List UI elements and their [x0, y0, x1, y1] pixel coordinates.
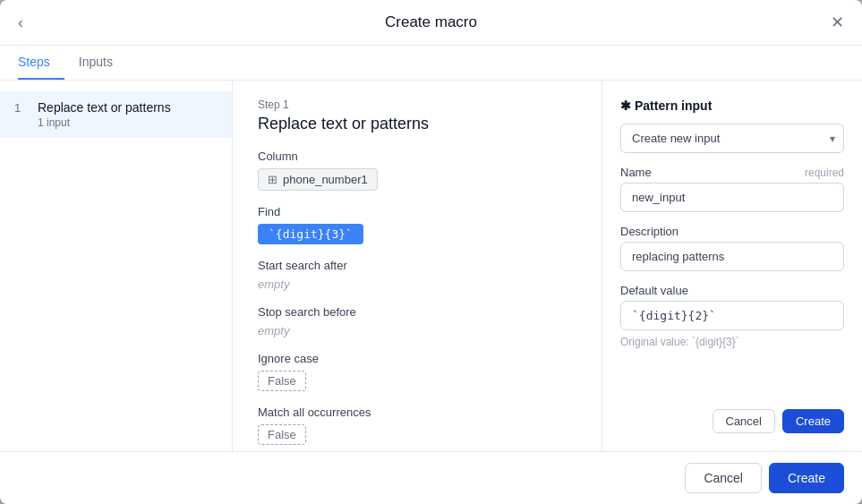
- find-label: Find: [258, 205, 576, 218]
- match-all-label: Match all occurrences: [258, 406, 576, 419]
- ignore-case-value[interactable]: False: [258, 371, 306, 391]
- sidebar-item-subtitle: 1 input: [38, 116, 171, 129]
- panel-actions: Cancel Create: [620, 409, 844, 433]
- modal-header: ‹ Create macro ✕: [0, 0, 862, 46]
- sidebar-item[interactable]: 1 Replace text or patterns 1 input: [0, 91, 232, 138]
- stop-search-value: empty: [258, 324, 576, 337]
- start-search-value: empty: [258, 278, 576, 291]
- description-label: Description: [620, 225, 679, 238]
- pattern-input-select[interactable]: Create new input: [620, 124, 844, 153]
- default-value-input[interactable]: [620, 301, 844, 330]
- modal-body: 1 Replace text or patterns 1 input Step …: [0, 81, 862, 451]
- tab-inputs[interactable]: Inputs: [79, 46, 127, 80]
- pattern-input-select-wrapper: Create new input ▾: [620, 124, 844, 153]
- name-label: Name: [620, 166, 652, 179]
- original-value-text: Original value: `{digit}{3}`: [620, 336, 844, 348]
- start-search-label: Start search after: [258, 259, 576, 272]
- name-field-row: Name required: [620, 166, 844, 179]
- description-input[interactable]: [620, 242, 844, 271]
- panel-create-button[interactable]: Create: [782, 409, 844, 433]
- asterisk-icon: ✱: [620, 98, 631, 113]
- main-content: Step 1 Replace text or patterns Column ⊞…: [233, 81, 602, 451]
- default-value-field-row: Default value: [620, 284, 844, 297]
- start-search-field: Start search after empty: [258, 259, 576, 291]
- back-button[interactable]: ‹: [18, 13, 39, 32]
- close-button[interactable]: ✕: [823, 13, 844, 32]
- match-all-value[interactable]: False: [258, 424, 306, 445]
- find-value: `{digit}{3}`: [258, 224, 363, 244]
- sidebar-item-title: Replace text or patterns: [38, 100, 171, 115]
- name-required: required: [805, 167, 844, 179]
- panel-title-text: Pattern input: [635, 98, 712, 113]
- step-label: Step 1: [258, 98, 576, 111]
- tabs-bar: Steps Inputs: [0, 46, 862, 81]
- modal-footer: Cancel Create: [0, 451, 862, 504]
- table-icon: ⊞: [268, 173, 277, 186]
- column-value: phone_number1: [283, 173, 368, 186]
- default-value-label: Default value: [620, 284, 688, 297]
- description-field-row: Description: [620, 225, 844, 238]
- column-label: Column: [258, 149, 576, 163]
- column-field: Column ⊞ phone_number1: [258, 149, 576, 191]
- sidebar: 1 Replace text or patterns 1 input: [0, 81, 233, 451]
- tab-steps[interactable]: Steps: [18, 46, 64, 80]
- stop-search-field: Stop search before empty: [258, 305, 576, 337]
- match-all-field: Match all occurrences False: [258, 406, 576, 445]
- right-panel: ✱ Pattern input Create new input ▾ Name …: [602, 81, 862, 451]
- ignore-case-label: Ignore case: [258, 352, 576, 365]
- panel-section-title: ✱ Pattern input: [620, 98, 844, 113]
- step-title: Replace text or patterns: [258, 115, 576, 133]
- sidebar-item-content: Replace text or patterns 1 input: [38, 100, 171, 129]
- find-field: Find `{digit}{3}`: [258, 205, 576, 244]
- stop-search-label: Stop search before: [258, 305, 576, 319]
- panel-cancel-button[interactable]: Cancel: [713, 409, 775, 433]
- name-input[interactable]: [620, 183, 844, 212]
- ignore-case-field: Ignore case False: [258, 352, 576, 391]
- create-macro-modal: ‹ Create macro ✕ Steps Inputs 1 Replace …: [0, 0, 862, 504]
- modal-title: Create macro: [39, 13, 823, 31]
- footer-cancel-button[interactable]: Cancel: [685, 463, 762, 493]
- footer-create-button[interactable]: Create: [769, 463, 844, 493]
- column-tag: ⊞ phone_number1: [258, 168, 378, 191]
- sidebar-item-number: 1: [14, 101, 29, 115]
